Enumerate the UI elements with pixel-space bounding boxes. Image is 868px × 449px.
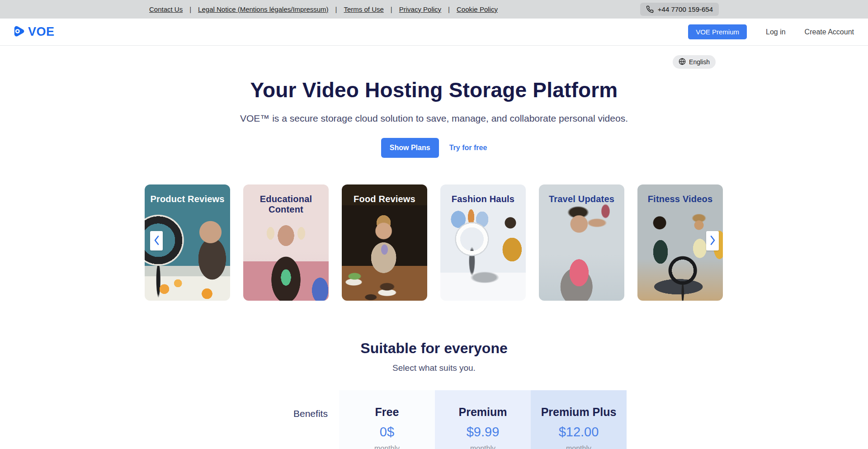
plan-period: monthly xyxy=(531,444,627,449)
topbar-link-contact-us[interactable]: Contact Us xyxy=(149,5,183,13)
plan-price: $9.99 xyxy=(435,425,531,440)
topbar-separator: | xyxy=(448,5,450,13)
card-label: Food Reviews xyxy=(342,194,427,204)
plan-column-premium[interactable]: Premium $9.99 monthly xyxy=(435,390,531,449)
page-subtitle: VOE™ is a secure storage cloud solution … xyxy=(145,113,723,124)
create-account-link[interactable]: Create Account xyxy=(805,28,854,36)
topbar-separator: | xyxy=(391,5,392,13)
phone-number: +44 7700 159-654 xyxy=(658,5,713,13)
login-link[interactable]: Log in xyxy=(766,28,786,36)
card-travel-updates[interactable]: Travel Updates xyxy=(539,184,624,301)
topbar-separator: | xyxy=(189,5,191,13)
main-header: VOE VOE Premium Log in Create Account xyxy=(0,19,868,46)
page-title: Your Video Hosting Storage Platform xyxy=(145,79,723,101)
try-for-free-link[interactable]: Try for free xyxy=(449,144,487,152)
card-label: Fitness Videos xyxy=(637,194,723,204)
card-label: Fashion Hauls xyxy=(440,194,526,204)
plan-price: $12.00 xyxy=(531,425,627,440)
topbar-separator: | xyxy=(335,5,337,13)
topbar-link-cookie-policy[interactable]: Cookie Policy xyxy=(457,5,498,13)
topbar-link-terms-of-use[interactable]: Terms of Use xyxy=(344,5,383,13)
show-plans-button[interactable]: Show Plans xyxy=(381,138,439,158)
topbar-link-legal-notice[interactable]: Legal Notice (Mentions légales/Impressum… xyxy=(198,5,328,13)
legal-links-nav: Contact Us | Legal Notice (Mentions léga… xyxy=(149,5,498,13)
voe-premium-button[interactable]: VOE Premium xyxy=(688,24,747,39)
card-label: Product Reviews xyxy=(145,194,230,204)
phone-icon xyxy=(646,5,654,13)
card-educational-content[interactable]: Educational Content xyxy=(243,184,329,301)
plan-name: Free xyxy=(339,406,435,419)
language-selector[interactable]: English xyxy=(673,55,716,69)
pricing-heading: Suitable for everyone xyxy=(145,340,723,357)
card-fashion-hauls[interactable]: Fashion Hauls xyxy=(440,184,526,301)
benefits-column-label: Benefits xyxy=(293,390,339,449)
globe-icon xyxy=(679,58,686,66)
carousel-next-button[interactable] xyxy=(706,231,719,250)
topbar-link-privacy-policy[interactable]: Privacy Policy xyxy=(399,5,441,13)
pricing-table: Benefits Free 0$ monthly Premium $9.99 m… xyxy=(293,390,723,449)
card-label: Educational Content xyxy=(243,194,329,215)
voe-logo-icon xyxy=(13,25,25,39)
card-label: Travel Updates xyxy=(539,194,624,204)
category-carousel: Product Reviews Educational Content Food… xyxy=(145,184,723,301)
utility-topbar: Contact Us | Legal Notice (Mentions léga… xyxy=(0,0,868,19)
brand-name: VOE xyxy=(28,25,55,39)
chevron-right-icon xyxy=(709,235,716,247)
plan-name: Premium xyxy=(435,406,531,419)
chevron-left-icon xyxy=(153,235,160,247)
voe-logo[interactable]: VOE xyxy=(13,25,55,39)
card-food-reviews[interactable]: Food Reviews xyxy=(342,184,427,301)
plan-period: monthly xyxy=(339,444,435,449)
pricing-subheading: Select what suits you. xyxy=(145,363,723,373)
hero-section: English Your Video Hosting Storage Platf… xyxy=(145,46,723,449)
plan-name: Premium Plus xyxy=(531,406,627,419)
language-label: English xyxy=(689,58,710,66)
plan-period: monthly xyxy=(435,444,531,449)
plan-column-free[interactable]: Free 0$ monthly xyxy=(339,390,435,449)
carousel-prev-button[interactable] xyxy=(150,231,163,250)
phone-number-badge[interactable]: +44 7700 159-654 xyxy=(640,3,719,16)
plan-price: 0$ xyxy=(339,425,435,440)
plan-column-premium-plus[interactable]: Premium Plus $12.00 monthly xyxy=(531,390,627,449)
